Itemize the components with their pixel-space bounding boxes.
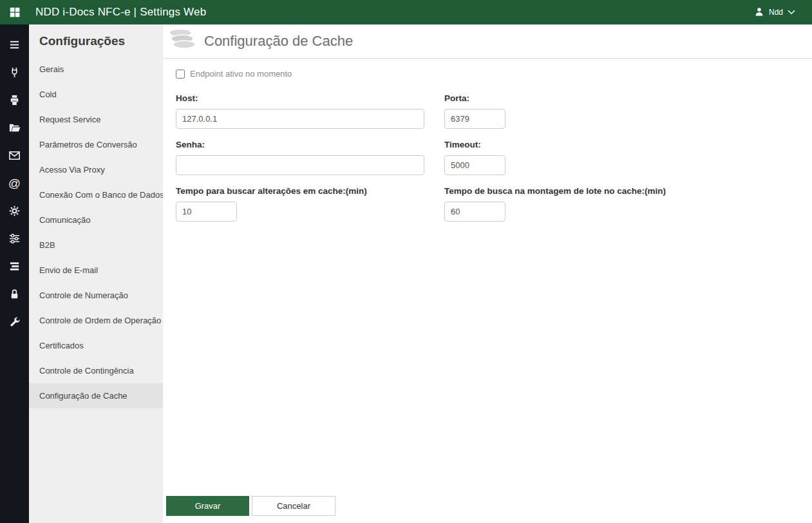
cache-form: Host: Porta: Senha: Timeout: Tempo para … — [176, 93, 812, 233]
sidebar-title: Configurações — [29, 24, 163, 57]
cache-database-icon — [167, 27, 198, 55]
save-button[interactable]: Gravar — [166, 496, 249, 516]
host-field-group: Host: — [176, 93, 444, 129]
tempo-busca-lote-field-group: Tempo de busca na montagem de lote no ca… — [444, 186, 812, 222]
endpoint-checkbox-label: Endpoint ativo no momento — [190, 69, 292, 79]
senha-field-group: Senha: — [176, 140, 444, 175]
sidebar-item-controle-ordem-operacao[interactable]: Controle de Ordem de Operação — [29, 308, 163, 333]
tempo-busca-lote-input[interactable] — [444, 202, 505, 222]
sliders-icon[interactable] — [0, 225, 29, 252]
form-actions: Gravar Cancelar — [166, 496, 335, 516]
porta-field-group: Porta: — [444, 93, 812, 129]
sidebar-item-acesso-via-proxy[interactable]: Acesso Via Proxy — [29, 157, 163, 182]
app-title: NDD i-Docs NFC-e | Settings Web — [35, 6, 206, 19]
sidebar-item-comunicacao[interactable]: Comunicação — [29, 207, 163, 233]
sidebar-item-parametros-conversao[interactable]: Parâmetros de Conversão — [29, 132, 163, 157]
timeout-input[interactable] — [444, 155, 505, 175]
tempo-busca-alteracoes-field-group: Tempo para buscar alterações em cache:(m… — [176, 186, 444, 222]
porta-label: Porta: — [444, 93, 812, 103]
menu-icon[interactable] — [0, 31, 29, 59]
endpoint-active-checkbox[interactable] — [176, 70, 185, 79]
tempo-busca-lote-label: Tempo de busca na montagem de lote no ca… — [444, 186, 812, 196]
form-content: Endpoint ativo no momento Host: Porta: S… — [163, 59, 812, 233]
page-title: Configuração de Cache — [204, 33, 353, 50]
sidebar-item-conexao-banco-dados[interactable]: Conexão Com o Banco de Dados — [29, 182, 163, 207]
envelope-icon[interactable] — [0, 142, 29, 169]
timeout-field-group: Timeout: — [444, 140, 812, 175]
page-header: Configuração de Cache — [163, 24, 812, 59]
lock-icon[interactable] — [0, 280, 29, 308]
host-label: Host: — [176, 93, 444, 103]
chevron-down-icon — [788, 8, 795, 17]
wrench-icon[interactable] — [0, 308, 29, 336]
cancel-button[interactable]: Cancelar — [252, 496, 335, 516]
sidebar: Configurações Gerais Cold Request Servic… — [29, 24, 163, 523]
sidebar-item-certificados[interactable]: Certificados — [29, 333, 163, 358]
stack-icon[interactable] — [0, 252, 29, 280]
user-icon — [754, 6, 764, 19]
topbar: NDD i-Docs NFC-e | Settings Web Ndd — [0, 0, 812, 24]
sidebar-item-controle-contingencia[interactable]: Controle de Contingência — [29, 358, 163, 383]
senha-input[interactable] — [176, 155, 424, 175]
gear-icon[interactable] — [0, 197, 29, 225]
icon-rail: @ — [0, 24, 29, 523]
user-menu[interactable]: Ndd — [754, 6, 795, 19]
at-icon[interactable]: @ — [0, 169, 29, 197]
tempo-busca-alteracoes-label: Tempo para buscar alterações em cache:(m… — [176, 186, 444, 196]
app-grid-icon[interactable] — [0, 6, 29, 18]
sidebar-item-cold[interactable]: Cold — [29, 82, 163, 107]
folder-open-icon[interactable] — [0, 114, 29, 142]
endpoint-checkbox-row: Endpoint ativo no momento — [176, 69, 812, 79]
sidebar-item-envio-email[interactable]: Envio de E-mail — [29, 258, 163, 283]
sidebar-item-controle-numeracao[interactable]: Controle de Numeração — [29, 283, 163, 308]
main-panel: Configuração de Cache Endpoint ativo no … — [163, 24, 812, 523]
sidebar-item-gerais[interactable]: Gerais — [29, 57, 163, 82]
host-input[interactable] — [176, 109, 424, 129]
user-name: Ndd — [769, 8, 783, 17]
plug-icon[interactable] — [0, 59, 29, 86]
printer-icon[interactable] — [0, 86, 29, 114]
senha-label: Senha: — [176, 140, 444, 149]
porta-input[interactable] — [444, 109, 505, 129]
sidebar-item-configuracao-cache[interactable]: Configuração de Cache — [29, 383, 163, 408]
sidebar-item-request-service[interactable]: Request Service — [29, 107, 163, 132]
sidebar-item-b2b[interactable]: B2B — [29, 233, 163, 258]
timeout-label: Timeout: — [444, 140, 812, 149]
tempo-busca-alteracoes-input[interactable] — [176, 202, 237, 222]
